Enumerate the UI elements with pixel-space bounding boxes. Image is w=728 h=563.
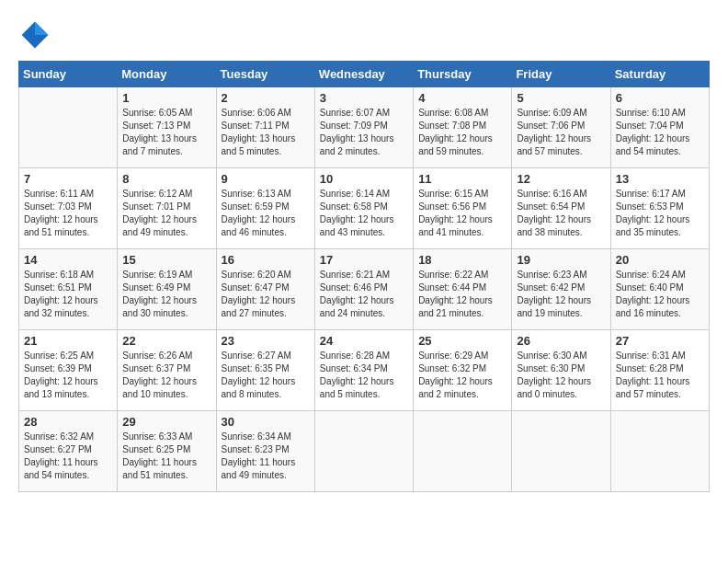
day-info: Sunrise: 6:34 AMSunset: 6:23 PMDaylight:…: [222, 431, 310, 482]
calendar-cell: [314, 411, 413, 492]
day-number: 16: [222, 253, 310, 267]
calendar-cell: 22Sunrise: 6:26 AMSunset: 6:37 PMDayligh…: [118, 330, 216, 411]
calendar-cell: 20Sunrise: 6:24 AMSunset: 6:40 PMDayligh…: [610, 249, 709, 330]
day-number: 1: [122, 91, 210, 105]
calendar-cell: 27Sunrise: 6:31 AMSunset: 6:28 PMDayligh…: [610, 330, 709, 411]
day-info: Sunrise: 6:16 AMSunset: 6:54 PMDaylight:…: [517, 188, 605, 239]
day-info: Sunrise: 6:30 AMSunset: 6:30 PMDaylight:…: [517, 350, 605, 401]
calendar-cell: [610, 411, 709, 492]
header: [18, 18, 710, 52]
weekday-header: Saturday: [610, 62, 709, 87]
day-info: Sunrise: 6:10 AMSunset: 7:04 PMDaylight:…: [616, 107, 704, 158]
day-info: Sunrise: 6:27 AMSunset: 6:35 PMDaylight:…: [222, 350, 310, 401]
svg-marker-1: [35, 22, 48, 35]
day-info: Sunrise: 6:19 AMSunset: 6:49 PMDaylight:…: [122, 269, 210, 320]
calendar-cell: 3Sunrise: 6:07 AMSunset: 7:09 PMDaylight…: [314, 87, 413, 168]
day-info: Sunrise: 6:05 AMSunset: 7:13 PMDaylight:…: [122, 107, 210, 158]
calendar-table: SundayMondayTuesdayWednesdayThursdayFrid…: [18, 61, 710, 492]
logo: [18, 18, 57, 52]
day-info: Sunrise: 6:22 AMSunset: 6:44 PMDaylight:…: [418, 269, 506, 320]
calendar-cell: 12Sunrise: 6:16 AMSunset: 6:54 PMDayligh…: [512, 168, 610, 249]
weekday-header-row: SundayMondayTuesdayWednesdayThursdayFrid…: [19, 62, 710, 87]
calendar-cell: 8Sunrise: 6:12 AMSunset: 7:01 PMDaylight…: [118, 168, 216, 249]
day-number: 22: [122, 334, 210, 348]
calendar-cell: 10Sunrise: 6:14 AMSunset: 6:58 PMDayligh…: [314, 168, 413, 249]
day-number: 13: [616, 172, 704, 186]
day-info: Sunrise: 6:21 AMSunset: 6:46 PMDaylight:…: [320, 269, 408, 320]
weekday-header: Monday: [118, 62, 216, 87]
calendar-week-row: 14Sunrise: 6:18 AMSunset: 6:51 PMDayligh…: [19, 249, 710, 330]
calendar-cell: 25Sunrise: 6:29 AMSunset: 6:32 PMDayligh…: [414, 330, 512, 411]
calendar-cell: 11Sunrise: 6:15 AMSunset: 6:56 PMDayligh…: [414, 168, 512, 249]
day-number: 26: [517, 334, 605, 348]
calendar-cell: 23Sunrise: 6:27 AMSunset: 6:35 PMDayligh…: [216, 330, 314, 411]
day-number: 19: [517, 253, 605, 267]
day-number: 6: [616, 91, 704, 105]
day-number: 3: [320, 91, 408, 105]
calendar-cell: 15Sunrise: 6:19 AMSunset: 6:49 PMDayligh…: [118, 249, 216, 330]
calendar-week-row: 7Sunrise: 6:11 AMSunset: 7:03 PMDaylight…: [19, 168, 710, 249]
day-info: Sunrise: 6:24 AMSunset: 6:40 PMDaylight:…: [616, 269, 704, 320]
day-info: Sunrise: 6:14 AMSunset: 6:58 PMDaylight:…: [320, 188, 408, 239]
day-number: 2: [222, 91, 310, 105]
calendar-cell: 14Sunrise: 6:18 AMSunset: 6:51 PMDayligh…: [19, 249, 118, 330]
day-number: 17: [320, 253, 408, 267]
day-info: Sunrise: 6:12 AMSunset: 7:01 PMDaylight:…: [122, 188, 210, 239]
day-number: 24: [320, 334, 408, 348]
day-info: Sunrise: 6:26 AMSunset: 6:37 PMDaylight:…: [122, 350, 210, 401]
calendar-cell: 9Sunrise: 6:13 AMSunset: 6:59 PMDaylight…: [216, 168, 314, 249]
calendar-cell: 17Sunrise: 6:21 AMSunset: 6:46 PMDayligh…: [314, 249, 413, 330]
calendar-cell: 13Sunrise: 6:17 AMSunset: 6:53 PMDayligh…: [610, 168, 709, 249]
day-number: 11: [418, 172, 506, 186]
weekday-header: Wednesday: [314, 62, 413, 87]
day-number: 21: [24, 334, 112, 348]
calendar-cell: 2Sunrise: 6:06 AMSunset: 7:11 PMDaylight…: [216, 87, 314, 168]
day-info: Sunrise: 6:11 AMSunset: 7:03 PMDaylight:…: [24, 188, 112, 239]
calendar-week-row: 1Sunrise: 6:05 AMSunset: 7:13 PMDaylight…: [19, 87, 710, 168]
calendar-cell: 26Sunrise: 6:30 AMSunset: 6:30 PMDayligh…: [512, 330, 610, 411]
day-number: 23: [222, 334, 310, 348]
day-number: 18: [418, 253, 506, 267]
calendar-cell: 16Sunrise: 6:20 AMSunset: 6:47 PMDayligh…: [216, 249, 314, 330]
calendar-cell: 7Sunrise: 6:11 AMSunset: 7:03 PMDaylight…: [19, 168, 118, 249]
calendar-cell: 24Sunrise: 6:28 AMSunset: 6:34 PMDayligh…: [314, 330, 413, 411]
day-info: Sunrise: 6:13 AMSunset: 6:59 PMDaylight:…: [222, 188, 310, 239]
day-number: 12: [517, 172, 605, 186]
day-number: 10: [320, 172, 408, 186]
day-number: 30: [222, 415, 310, 429]
day-info: Sunrise: 6:09 AMSunset: 7:06 PMDaylight:…: [517, 107, 605, 158]
calendar-cell: 5Sunrise: 6:09 AMSunset: 7:06 PMDaylight…: [512, 87, 610, 168]
calendar-cell: [414, 411, 512, 492]
day-info: Sunrise: 6:23 AMSunset: 6:42 PMDaylight:…: [517, 269, 605, 320]
logo-icon: [18, 18, 51, 52]
calendar-cell: 29Sunrise: 6:33 AMSunset: 6:25 PMDayligh…: [118, 411, 216, 492]
calendar-week-row: 28Sunrise: 6:32 AMSunset: 6:27 PMDayligh…: [19, 411, 710, 492]
day-info: Sunrise: 6:17 AMSunset: 6:53 PMDaylight:…: [616, 188, 704, 239]
day-info: Sunrise: 6:18 AMSunset: 6:51 PMDaylight:…: [24, 269, 112, 320]
day-info: Sunrise: 6:07 AMSunset: 7:09 PMDaylight:…: [320, 107, 408, 158]
calendar-cell: 4Sunrise: 6:08 AMSunset: 7:08 PMDaylight…: [414, 87, 512, 168]
day-number: 15: [122, 253, 210, 267]
calendar-cell: [19, 87, 118, 168]
day-number: 25: [418, 334, 506, 348]
calendar-cell: 28Sunrise: 6:32 AMSunset: 6:27 PMDayligh…: [19, 411, 118, 492]
day-number: 14: [24, 253, 112, 267]
day-info: Sunrise: 6:06 AMSunset: 7:11 PMDaylight:…: [222, 107, 310, 158]
day-info: Sunrise: 6:15 AMSunset: 6:56 PMDaylight:…: [418, 188, 506, 239]
day-number: 7: [24, 172, 112, 186]
day-number: 20: [616, 253, 704, 267]
day-number: 28: [24, 415, 112, 429]
day-info: Sunrise: 6:31 AMSunset: 6:28 PMDaylight:…: [616, 350, 704, 401]
day-info: Sunrise: 6:33 AMSunset: 6:25 PMDaylight:…: [122, 431, 210, 482]
calendar-cell: 19Sunrise: 6:23 AMSunset: 6:42 PMDayligh…: [512, 249, 610, 330]
day-number: 9: [222, 172, 310, 186]
calendar-cell: 18Sunrise: 6:22 AMSunset: 6:44 PMDayligh…: [414, 249, 512, 330]
calendar-cell: [512, 411, 610, 492]
day-info: Sunrise: 6:28 AMSunset: 6:34 PMDaylight:…: [320, 350, 408, 401]
weekday-header: Tuesday: [216, 62, 314, 87]
day-number: 29: [122, 415, 210, 429]
day-info: Sunrise: 6:20 AMSunset: 6:47 PMDaylight:…: [222, 269, 310, 320]
day-info: Sunrise: 6:29 AMSunset: 6:32 PMDaylight:…: [418, 350, 506, 401]
day-number: 5: [517, 91, 605, 105]
calendar-cell: 1Sunrise: 6:05 AMSunset: 7:13 PMDaylight…: [118, 87, 216, 168]
